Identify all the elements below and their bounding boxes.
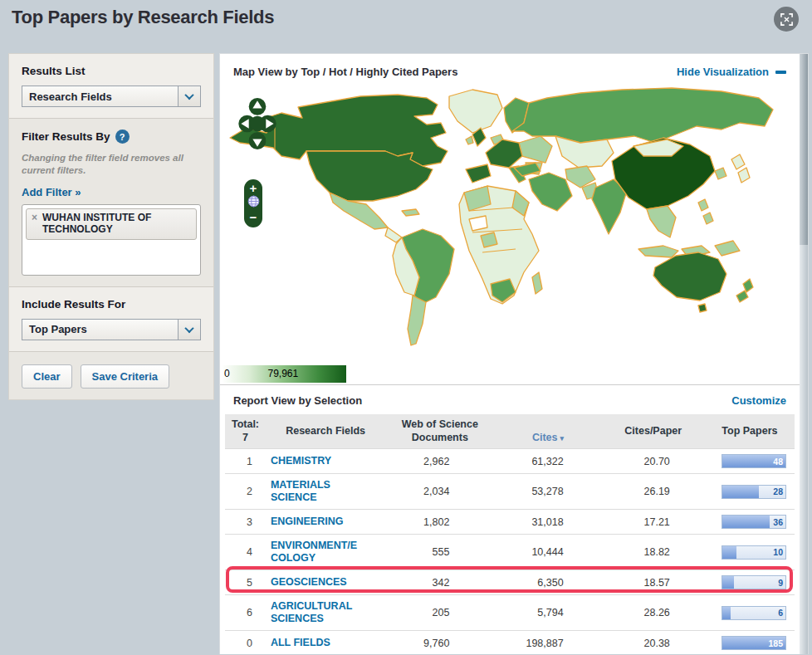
hide-visualization-link[interactable]: Hide Visualization [677, 66, 786, 78]
scrollbar[interactable] [800, 54, 808, 654]
col-top-papers: Top Papers [705, 414, 795, 449]
map-legend: 0 79,961 [220, 359, 800, 384]
expand-icon[interactable] [774, 7, 799, 32]
zoom-control: + − [244, 179, 262, 227]
report-view-title: Report View by Selection [233, 394, 362, 407]
wos-documents-value: 2,962 [385, 449, 494, 474]
field-link[interactable]: AGRICULTURAL SCIENCES [271, 600, 352, 624]
field-link[interactable]: GEOSCIENCES [271, 576, 347, 588]
top-papers-value: 6 [778, 608, 783, 618]
sort-down-icon: ▾ [560, 434, 565, 442]
row-rank: 2 [225, 474, 266, 510]
legend-min: 0 [224, 368, 230, 379]
top-papers-value: 28 [773, 486, 783, 496]
cites-per-paper-value: 20.38 [602, 631, 705, 654]
results-list-section: Results List Research Fields [9, 54, 213, 118]
cites-value: 61,322 [494, 449, 601, 474]
cites-value: 10,444 [494, 535, 601, 570]
top-papers-bar-fill [722, 576, 734, 589]
table-row: 1 CHEMISTRY 2,962 61,322 20.70 48 [225, 449, 795, 474]
top-papers-bar-fill [722, 516, 770, 528]
cites-per-paper-value: 18.57 [602, 570, 705, 595]
wos-documents-value: 205 [385, 595, 494, 631]
globe-icon[interactable] [247, 195, 260, 211]
top-papers-bar-fill [722, 546, 736, 559]
field-link[interactable]: ENVIRONMENT/E COLOGY [271, 540, 357, 564]
cites-per-paper-value: 17.21 [602, 510, 705, 535]
results-list-select[interactable]: Research Fields [22, 86, 201, 107]
filter-note: Changing the filter field removes all cu… [22, 152, 201, 177]
wos-documents-value: 9,760 [385, 631, 494, 654]
results-list-heading: Results List [22, 65, 201, 77]
sort-cites-button[interactable]: Cites▾ [532, 432, 564, 443]
zoom-out-button[interactable]: − [250, 212, 257, 223]
col-total: Total: 7 [225, 414, 266, 449]
map-controls: + − [238, 96, 276, 227]
sidebar: Results List Research Fields Filter Resu… [8, 53, 214, 400]
row-rank: 5 [225, 570, 266, 595]
include-results-section: Include Results For Top Papers [9, 286, 213, 351]
customize-link[interactable]: Customize [731, 394, 786, 407]
page: Top Papers by Research Fields Results Li… [0, 0, 812, 655]
world-map[interactable]: + − [223, 86, 796, 359]
field-link[interactable]: MATERIALS SCIENCE [271, 479, 330, 503]
field-link[interactable]: ENGINEERING [271, 516, 344, 527]
report-header: Report View by Selection Customize [220, 384, 800, 414]
scrollbar-thumb[interactable] [800, 54, 808, 245]
top-papers-bar: 6 [722, 606, 786, 620]
pan-control[interactable] [238, 96, 276, 151]
top-papers-value: 9 [778, 578, 783, 588]
col-cites-per-paper: Cites/Paper [602, 414, 705, 449]
legend-gradient: 0 79,961 [222, 365, 346, 383]
clear-button[interactable]: Clear [22, 364, 72, 389]
table-row: 2 MATERIALS SCIENCE 2,034 53,278 26.19 2… [225, 474, 795, 510]
include-results-select[interactable]: Top Papers [22, 319, 201, 340]
table-row: 3 ENGINEERING 1,802 31,018 17.21 36 [225, 510, 795, 535]
filter-section: Filter Results By ? Changing the filter … [9, 118, 213, 286]
map-view-title: Map View by Top / Hot / Highly Cited Pap… [233, 66, 457, 78]
filter-chip-label: WUHAN INSTITUTE OF TECHNOLOGY [42, 212, 191, 236]
top-papers-bar: 48 [722, 454, 786, 468]
top-papers-bar-fill [722, 486, 759, 498]
filter-chip[interactable]: × WUHAN INSTITUTE OF TECHNOLOGY [26, 208, 197, 240]
wos-documents-value: 1,802 [385, 510, 494, 535]
col-wos-documents: Web of Science Documents [385, 414, 494, 449]
row-rank: 3 [225, 510, 266, 535]
top-papers-value: 48 [773, 457, 783, 467]
row-rank: 4 [225, 535, 266, 570]
cites-value: 6,350 [494, 570, 601, 595]
wos-documents-value: 342 [385, 570, 494, 595]
results-list-value: Research Fields [29, 90, 112, 103]
minus-icon [775, 71, 786, 74]
cites-per-paper-value: 26.19 [602, 474, 705, 510]
table-header-row: Total: 7 Research Fields Web of Science … [225, 414, 795, 449]
top-papers-bar: 9 [722, 575, 786, 589]
top-papers-bar: 185 [722, 636, 786, 650]
add-filter-link[interactable]: Add Filter » [22, 186, 81, 198]
content: Results List Research Fields Filter Resu… [8, 53, 809, 655]
map-header: Map View by Top / Hot / Highly Cited Pap… [220, 54, 800, 86]
top-papers-value: 36 [773, 517, 783, 527]
chevron-down-icon [178, 86, 200, 106]
table-row: 4 ENVIRONMENT/E COLOGY 555 10,444 18.82 … [225, 535, 795, 570]
cites-value: 31,018 [494, 510, 601, 535]
page-header: Top Papers by Research Fields [0, 0, 812, 50]
cites-value: 5,794 [494, 595, 601, 631]
include-results-heading: Include Results For [22, 298, 201, 310]
table-row: 6 AGRICULTURAL SCIENCES 205 5,794 28.26 … [225, 595, 795, 631]
include-results-value: Top Papers [29, 323, 87, 335]
field-link[interactable]: CHEMISTRY [271, 455, 331, 467]
cites-value: 53,278 [494, 474, 601, 510]
chevron-down-icon [178, 320, 200, 340]
wos-documents-value: 2,034 [385, 474, 494, 510]
top-papers-value: 10 [773, 547, 783, 557]
save-criteria-button[interactable]: Save Criteria [81, 364, 170, 389]
row-rank: 1 [225, 449, 266, 474]
field-link[interactable]: ALL FIELDS [271, 637, 330, 648]
zoom-in-button[interactable]: + [250, 183, 257, 194]
criteria-buttons-section: Clear Save Criteria [9, 351, 213, 399]
wos-documents-value: 555 [385, 535, 494, 570]
remove-filter-icon[interactable]: × [32, 212, 37, 223]
cites-per-paper-value: 20.70 [602, 449, 705, 474]
help-icon[interactable]: ? [115, 130, 130, 144]
